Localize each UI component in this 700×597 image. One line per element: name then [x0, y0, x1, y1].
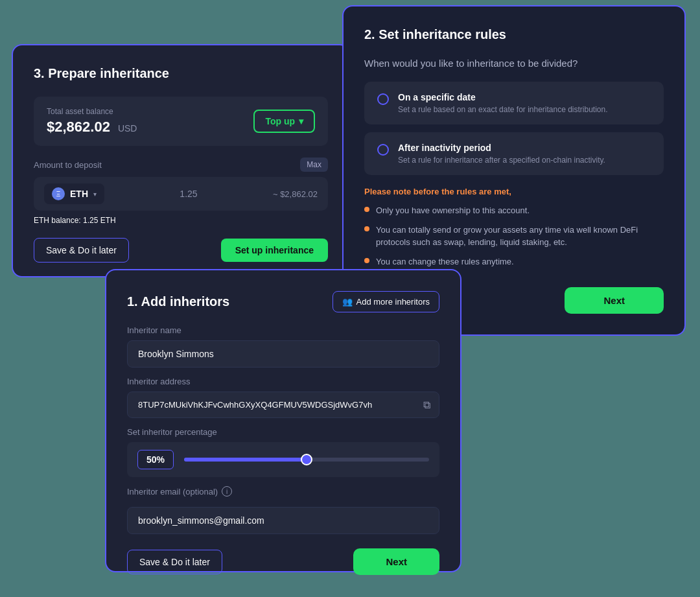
percentage-row: 50%	[127, 442, 439, 477]
rules-card-title: 2. Set inheritance rules	[364, 27, 664, 42]
address-row: ⧉	[127, 392, 439, 418]
rules-question: When would you like to inheritance to be…	[364, 58, 664, 69]
inheritors-header: 1. Add inheritors 👥 Add more inheritors	[127, 291, 439, 312]
percentage-slider-container[interactable]	[184, 458, 429, 462]
slider-thumb[interactable]	[301, 454, 312, 465]
inactivity-title: After inactivity period	[398, 143, 605, 153]
inheritors-card-title: 1. Add inheritors	[127, 294, 229, 309]
inactivity-desc: Set a rule for inheritance after a speci…	[398, 156, 605, 165]
max-button[interactable]: Max	[300, 158, 328, 172]
inheritor-name-input[interactable]	[127, 340, 439, 368]
eth-token-label: ETH	[70, 189, 88, 199]
add-more-label: Add more inheritors	[356, 297, 430, 307]
eth-usd-value: ~ $2,862.02	[273, 189, 318, 199]
topup-label: Top up	[265, 116, 295, 126]
inheritors-card-actions: Save & Do it later Next	[127, 548, 439, 575]
inheritor-address-input[interactable]	[127, 392, 439, 418]
percentage-section: Set inheritor percentage 50%	[127, 427, 439, 477]
inheritor-email-input[interactable]	[127, 507, 439, 534]
inactivity-radio[interactable]	[377, 144, 389, 156]
prepare-inheritance-card: 3. Prepare inheritance Total asset balan…	[12, 44, 350, 277]
specific-date-title: On a specific date	[398, 92, 608, 102]
slider-fill	[184, 458, 307, 462]
note-text-1: Only you have ownership to this account.	[376, 204, 530, 217]
prepare-save-later-button[interactable]: Save & Do it later	[34, 238, 129, 263]
specific-date-desc: Set a rule based on an exact date for in…	[398, 105, 608, 114]
prepare-card-actions: Save & Do it later Set up inheritance	[34, 238, 328, 263]
eth-chevron-icon: ▾	[93, 191, 97, 198]
add-inheritors-card: 1. Add inheritors 👥 Add more inheritors …	[105, 269, 461, 572]
note-item-2: You can totally send or grow your assets…	[364, 224, 664, 249]
percentage-badge: 50%	[137, 450, 174, 469]
slider-track	[184, 458, 429, 462]
eth-balance-label: ETH balance:	[34, 216, 81, 225]
balance-section: Total asset balance $2,862.02 USD Top up…	[34, 97, 328, 146]
note-text-2: You can totally send or grow your assets…	[376, 224, 664, 249]
chevron-down-icon: ▾	[299, 116, 303, 126]
deposit-label: Amount to deposit	[34, 160, 102, 170]
percentage-field-label: Set inheritor percentage	[127, 427, 439, 437]
deposit-label-row: Amount to deposit Max	[34, 158, 328, 172]
note-item-1: Only you have ownership to this account.	[364, 204, 664, 217]
add-people-icon: 👥	[342, 297, 353, 307]
note-item-3: You can change these rules anytime.	[364, 255, 664, 268]
eth-symbol: Ξ	[56, 191, 61, 198]
eth-balance-value: 1.25 ETH	[83, 216, 116, 225]
note-text-3: You can change these rules anytime.	[376, 255, 514, 268]
inheritors-next-button[interactable]: Next	[353, 548, 439, 575]
topup-button[interactable]: Top up ▾	[253, 110, 315, 133]
copy-address-icon[interactable]: ⧉	[423, 399, 430, 411]
eth-value: 1.25	[180, 189, 197, 199]
setup-inheritance-button[interactable]: Set up inheritance	[221, 239, 328, 262]
specific-date-option[interactable]: On a specific date Set a rule based on a…	[364, 82, 664, 124]
eth-balance-info: ETH balance: 1.25 ETH	[34, 216, 328, 225]
balance-amount: $2,862.02	[47, 119, 110, 135]
note-header: Please note before the rules are met,	[364, 187, 664, 196]
note-dot-3	[364, 258, 369, 263]
add-more-inheritors-button[interactable]: 👥 Add more inheritors	[332, 291, 439, 312]
info-icon: i	[222, 486, 232, 497]
email-label-row: Inheritor email (optional) i	[127, 486, 439, 497]
balance-label: Total asset balance	[47, 107, 137, 116]
address-field-label: Inheritor address	[127, 377, 439, 386]
inheritors-save-later-button[interactable]: Save & Do it later	[127, 550, 222, 574]
name-field-label: Inheritor name	[127, 325, 439, 335]
email-field-label: Inheritor email (optional)	[127, 487, 218, 497]
eth-icon: Ξ	[52, 187, 65, 200]
deposit-input-row: Ξ ETH ▾ 1.25 ~ $2,862.02	[34, 177, 328, 211]
specific-date-radio[interactable]	[377, 93, 389, 105]
inactivity-option[interactable]: After inactivity period Set a rule for i…	[364, 132, 664, 175]
note-dot-2	[364, 226, 369, 231]
prepare-card-title: 3. Prepare inheritance	[34, 66, 328, 81]
eth-selector[interactable]: Ξ ETH ▾	[44, 183, 104, 204]
note-dot-1	[364, 207, 369, 212]
balance-currency: USD	[118, 123, 137, 134]
rules-next-button[interactable]: Next	[565, 287, 664, 314]
